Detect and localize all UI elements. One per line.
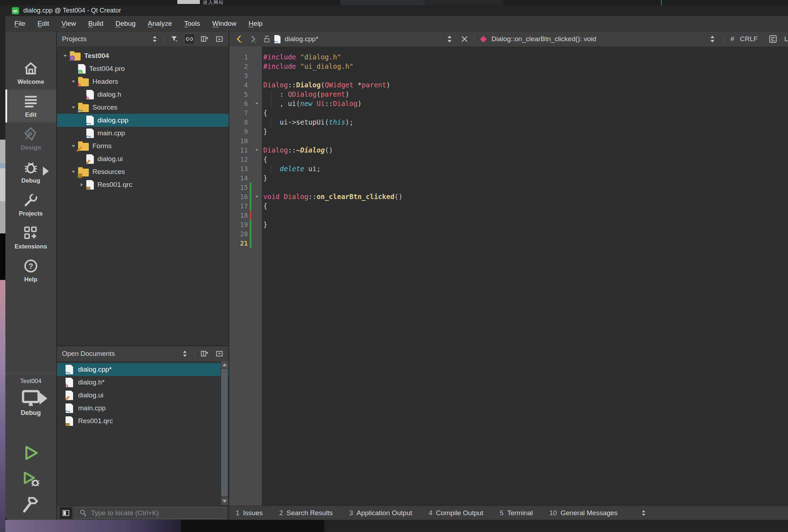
line-number[interactable]: 2	[229, 63, 248, 70]
menu-analyze[interactable]: Analyze	[142, 18, 178, 30]
kit-expand-arrow-icon[interactable]	[32, 385, 54, 410]
tree-item-dialog-ui[interactable]: dialog.ui	[57, 153, 229, 165]
fold-marker-icon[interactable]	[251, 147, 262, 153]
menu-debug[interactable]: Debug	[110, 18, 142, 30]
line-number[interactable]: 20	[229, 230, 248, 238]
tree-item-dialog-h[interactable]: hdialog.h	[57, 88, 229, 101]
output-pane-search-results[interactable]: 2Search Results	[279, 509, 333, 517]
open-doc-dialog-cpp-[interactable]: C⁺dialog.cpp*	[57, 363, 229, 376]
tree-item-resources[interactable]: ▦Resources	[57, 165, 229, 178]
line-number[interactable]: 18	[229, 212, 248, 219]
menu-edit[interactable]: Edit	[32, 18, 56, 30]
line-ending-selector[interactable]: CRLF	[740, 35, 758, 43]
filter-icon[interactable]	[169, 34, 180, 44]
text-encoding-icon[interactable]	[768, 34, 778, 44]
build-button[interactable]	[21, 495, 40, 514]
open-doc-res001-qrc[interactable]: ▦Res001.qrc	[57, 415, 229, 427]
line-number[interactable]: 16	[229, 193, 248, 200]
line-number[interactable]: 19	[229, 221, 248, 228]
close-document-icon[interactable]	[459, 34, 470, 44]
toggle-left-sidebar-button[interactable]	[60, 507, 72, 519]
symbol-selector[interactable]: Dialog::on_clearBtn_clicked(): void	[480, 35, 596, 43]
menu-view[interactable]: View	[55, 18, 82, 30]
scrollbar-thumb[interactable]	[221, 369, 227, 496]
document-selector[interactable]: C⁺ dialog.cpp*	[274, 34, 470, 44]
split-panel-icon[interactable]	[199, 34, 210, 44]
expand-open-icon[interactable]	[69, 169, 78, 175]
expand-open-icon[interactable]	[69, 105, 78, 110]
open-doc-dialog-h-[interactable]: hdialog.h*	[57, 376, 229, 389]
tree-item-forms[interactable]: Forms	[57, 140, 229, 153]
kit-target[interactable]: Debug	[5, 385, 56, 417]
expand-open-icon[interactable]	[69, 79, 78, 84]
close-panel-up-icon[interactable]	[214, 34, 225, 44]
panel-chooser-updown-icon[interactable]	[179, 348, 190, 359]
line-number[interactable]: 4	[229, 81, 248, 89]
mode-help[interactable]: ?Help	[5, 254, 56, 287]
output-pane-general-messages[interactable]: 10General Messages	[549, 509, 618, 517]
line-number[interactable]: 11	[229, 146, 248, 154]
line-number[interactable]: 1	[229, 53, 248, 61]
lock-open-icon[interactable]	[262, 34, 272, 44]
output-pane-application-output[interactable]: 3Application Output	[349, 509, 412, 517]
document-dropdown-icon[interactable]	[444, 34, 455, 44]
tree-item-dialog-cpp[interactable]: C⁺dialog.cpp	[57, 114, 229, 127]
line-number[interactable]: 10	[229, 137, 248, 145]
mode-expand-arrow-icon[interactable]	[38, 163, 53, 180]
go-back-button[interactable]	[235, 34, 244, 44]
open-doc-dialog-ui[interactable]: dialog.ui	[57, 389, 229, 402]
tree-item-sources[interactable]: C⁺Sources	[57, 101, 229, 114]
go-forward-button[interactable]	[249, 34, 258, 44]
tree-item-res001-qrc[interactable]: ▦Res001.qrc	[57, 178, 229, 191]
scrollbar-up-button[interactable]	[221, 361, 228, 368]
tree-item-main-cpp[interactable]: C⁺main.cpp	[57, 127, 229, 140]
line-number[interactable]: 9	[229, 128, 248, 135]
mode-debug[interactable]: Debug	[5, 155, 56, 188]
kit-selector[interactable]: Test004 Debug	[5, 372, 56, 417]
tree-item-test004[interactable]: ⚙Test004	[57, 49, 229, 62]
mode-extensions[interactable]: Extensions	[5, 221, 56, 254]
output-pane-compile-output[interactable]: 4Compile Output	[429, 509, 484, 517]
line-number[interactable]: 6	[229, 100, 248, 107]
expand-open-icon[interactable]	[69, 143, 78, 149]
line-number[interactable]: 7	[229, 109, 248, 117]
run-button[interactable]	[21, 443, 40, 463]
locator-input[interactable]: Type to locate (Ctrl+K)	[75, 507, 226, 519]
line-number[interactable]: 12	[229, 156, 248, 163]
link-with-editor-icon[interactable]	[184, 34, 195, 44]
split-panel-icon[interactable]	[199, 348, 210, 359]
output-bar-updown-icon[interactable]	[638, 508, 649, 518]
close-panel-down-icon[interactable]	[214, 348, 225, 359]
line-number[interactable]: 17	[229, 202, 248, 210]
symbol-updown-icon[interactable]	[707, 34, 718, 44]
output-pane-terminal[interactable]: 5Terminal	[500, 509, 533, 517]
expand-closed-icon[interactable]	[77, 182, 86, 188]
line-number[interactable]: 8	[229, 119, 248, 126]
line-number[interactable]: 3	[229, 72, 248, 79]
menu-help[interactable]: Help	[242, 18, 269, 30]
scrollbar-down-button[interactable]	[221, 498, 228, 505]
tree-item-test004-pro[interactable]: QtTest004.pro	[57, 62, 229, 75]
mode-projects[interactable]: Projects	[5, 188, 56, 221]
line-number[interactable]: 14	[229, 174, 248, 182]
fold-marker-icon[interactable]	[251, 194, 262, 199]
mode-welcome[interactable]: Welcome	[5, 57, 56, 90]
fold-marker-icon[interactable]	[251, 101, 262, 106]
line-number[interactable]: 15	[229, 184, 248, 191]
expand-open-icon[interactable]	[61, 53, 70, 59]
menu-file[interactable]: File	[8, 18, 32, 30]
menu-build[interactable]: Build	[82, 18, 109, 30]
menu-tools[interactable]: Tools	[178, 18, 206, 30]
debug-run-button[interactable]	[21, 469, 40, 488]
output-pane-issues[interactable]: 1Issues	[236, 509, 263, 517]
panel-chooser-updown-icon[interactable]	[149, 34, 160, 44]
line-number[interactable]: 5	[229, 91, 248, 98]
open-doc-main-cpp[interactable]: C⁺main.cpp	[57, 402, 229, 415]
open-documents-scrollbar[interactable]	[221, 361, 228, 505]
tree-item-headers[interactable]: hHeaders	[57, 75, 229, 88]
line-number[interactable]: 13	[229, 165, 248, 173]
menu-window[interactable]: Window	[206, 18, 243, 30]
line-number[interactable]: 21	[229, 240, 248, 247]
mode-edit[interactable]: Edit	[5, 90, 56, 122]
preprocessor-button[interactable]: #	[730, 35, 734, 43]
